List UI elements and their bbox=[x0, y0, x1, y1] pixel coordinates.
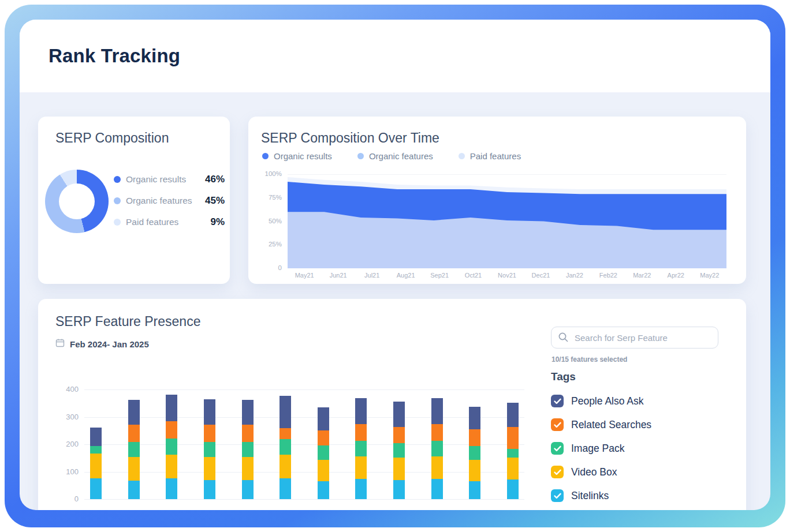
x-tick-label: Dec21 bbox=[532, 272, 550, 279]
serp-over-time-area-chart bbox=[288, 174, 726, 268]
feature-presence-title: SERP Feature Presence bbox=[55, 314, 200, 329]
bar-segment bbox=[242, 480, 254, 499]
tag-row[interactable]: Image Pack bbox=[551, 441, 651, 456]
checkbox-checked-icon[interactable] bbox=[551, 418, 564, 431]
feature-search bbox=[551, 327, 718, 349]
bar-segment bbox=[128, 457, 140, 481]
bar-segment bbox=[431, 456, 443, 479]
tag-row[interactable]: Video Box bbox=[551, 464, 651, 479]
bar-segment bbox=[393, 427, 405, 443]
y-tick-label: 75% bbox=[255, 194, 282, 201]
tag-label: Related Searches bbox=[571, 419, 651, 431]
y-tick-label: 400 bbox=[50, 385, 79, 394]
legend-value: 46% bbox=[205, 174, 225, 185]
x-tick-label: Apr22 bbox=[668, 272, 684, 279]
bar-segment bbox=[355, 441, 367, 456]
bar-segment bbox=[431, 441, 443, 456]
bar-segment bbox=[355, 456, 367, 479]
bar bbox=[431, 398, 443, 499]
search-icon bbox=[558, 332, 569, 345]
tag-row[interactable]: Sitelinks bbox=[551, 488, 651, 503]
bar bbox=[90, 428, 102, 499]
legend-dot bbox=[459, 153, 465, 159]
bar-segment bbox=[469, 460, 480, 481]
bar-segment bbox=[431, 398, 443, 424]
x-tick-label: Nov21 bbox=[498, 272, 516, 279]
bar-segment bbox=[204, 480, 215, 499]
bar bbox=[280, 396, 291, 499]
checkbox-checked-icon[interactable] bbox=[551, 466, 564, 478]
bar bbox=[128, 400, 140, 499]
bar-segment bbox=[90, 454, 102, 478]
bars-group bbox=[84, 389, 524, 499]
page-header: Rank Tracking bbox=[20, 20, 770, 92]
bar-segment bbox=[393, 443, 405, 458]
x-tick-label: May21 bbox=[295, 272, 314, 279]
serp-composition-legend: Organic results46%Organic features45%Pai… bbox=[114, 173, 225, 229]
date-range[interactable]: Feb 2024- Jan 2025 bbox=[55, 338, 149, 350]
bar-segment bbox=[90, 478, 102, 499]
bar-segment bbox=[393, 480, 405, 499]
bar bbox=[318, 407, 329, 499]
x-tick-label: Aug21 bbox=[397, 272, 415, 279]
bar-segment bbox=[469, 429, 480, 446]
bar-segment bbox=[166, 478, 177, 499]
x-tick-label: Sep21 bbox=[430, 272, 449, 279]
y-tick-label: 0 bbox=[50, 494, 79, 503]
bar-segment bbox=[166, 439, 177, 455]
legend-label: Paid features bbox=[126, 217, 210, 227]
x-tick-label: Oct21 bbox=[465, 272, 482, 279]
bar-segment bbox=[128, 442, 140, 457]
tag-row[interactable]: Related Searches bbox=[551, 417, 651, 432]
app-window: Rank Tracking SERP Composition Organic r… bbox=[20, 20, 770, 510]
tag-row[interactable]: People Also Ask bbox=[551, 394, 651, 409]
checkbox-checked-icon[interactable] bbox=[551, 442, 564, 455]
x-tick-label: Jan22 bbox=[566, 272, 583, 279]
y-tick-label: 0 bbox=[255, 264, 282, 271]
serp-composition-title: SERP Composition bbox=[55, 130, 169, 146]
checkbox-checked-icon[interactable] bbox=[551, 395, 564, 407]
area-x-axis: May21Jun21Jul21Aug21Sep21Oct21Nov21Dec21… bbox=[288, 272, 726, 280]
bar-segment bbox=[318, 430, 329, 445]
bar-segment bbox=[355, 398, 367, 424]
serp-composition-card: SERP Composition Organic results46%Organ… bbox=[38, 117, 230, 284]
bar-segment bbox=[280, 396, 291, 428]
y-tick-label: 100 bbox=[50, 467, 79, 476]
bar-segment bbox=[128, 481, 140, 499]
legend-label: Organic results bbox=[126, 174, 205, 185]
bar-segment bbox=[280, 455, 291, 478]
legend-dot bbox=[114, 197, 121, 204]
x-tick-label: Feb22 bbox=[599, 272, 617, 279]
bar-segment bbox=[166, 395, 177, 421]
legend-item: Organic results46% bbox=[114, 173, 225, 186]
tag-label: People Also Ask bbox=[571, 395, 644, 407]
x-tick-label: Jun21 bbox=[330, 272, 347, 279]
bar-segment bbox=[355, 424, 367, 441]
search-input[interactable] bbox=[551, 327, 718, 349]
bar-segment bbox=[318, 481, 329, 499]
bar-segment bbox=[507, 449, 519, 458]
bar-segment bbox=[318, 460, 329, 481]
bar-segment bbox=[431, 424, 443, 441]
feature-presence-bar-chart bbox=[84, 389, 524, 499]
bar-segment bbox=[242, 425, 254, 441]
bar-segment bbox=[242, 457, 254, 480]
bar-segment bbox=[204, 425, 215, 442]
tags-list: People Also AskRelated SearchesImage Pac… bbox=[551, 394, 651, 503]
bar bbox=[204, 399, 215, 499]
legend-label: Organic results bbox=[274, 151, 332, 161]
gridline bbox=[84, 499, 524, 500]
legend-dot bbox=[357, 153, 364, 159]
checkbox-checked-icon[interactable] bbox=[551, 489, 564, 502]
bar bbox=[469, 407, 480, 499]
bar-segment bbox=[507, 427, 519, 449]
bar-segment bbox=[128, 425, 140, 442]
x-tick-label: Mar22 bbox=[633, 272, 651, 279]
bar-segment bbox=[507, 403, 519, 427]
legend-item: Organic results bbox=[262, 151, 332, 161]
bar-segment bbox=[90, 446, 102, 454]
bar-segment bbox=[242, 442, 254, 457]
bar-segment bbox=[280, 478, 291, 499]
tag-label: Sitelinks bbox=[571, 490, 609, 502]
legend-item: Paid features9% bbox=[114, 215, 225, 229]
